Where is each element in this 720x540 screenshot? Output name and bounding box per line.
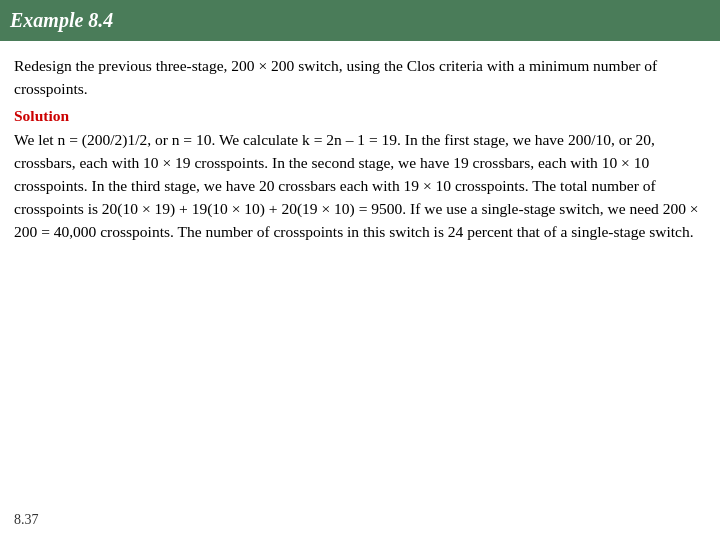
- intro-paragraph: Redesign the previous three-stage, 200 ×…: [14, 55, 706, 101]
- example-title: Example 8.4: [10, 6, 113, 35]
- page-number-text: 8.37: [14, 512, 39, 527]
- solution-label: Solution: [14, 105, 706, 127]
- solution-body: We let n = (200/2)1/2, or n = 10. We cal…: [14, 129, 706, 244]
- content-area: Redesign the previous three-stage, 200 ×…: [0, 41, 720, 254]
- footer-page-number: 8.37: [14, 510, 39, 530]
- header-bar: Example 8.4: [0, 0, 720, 41]
